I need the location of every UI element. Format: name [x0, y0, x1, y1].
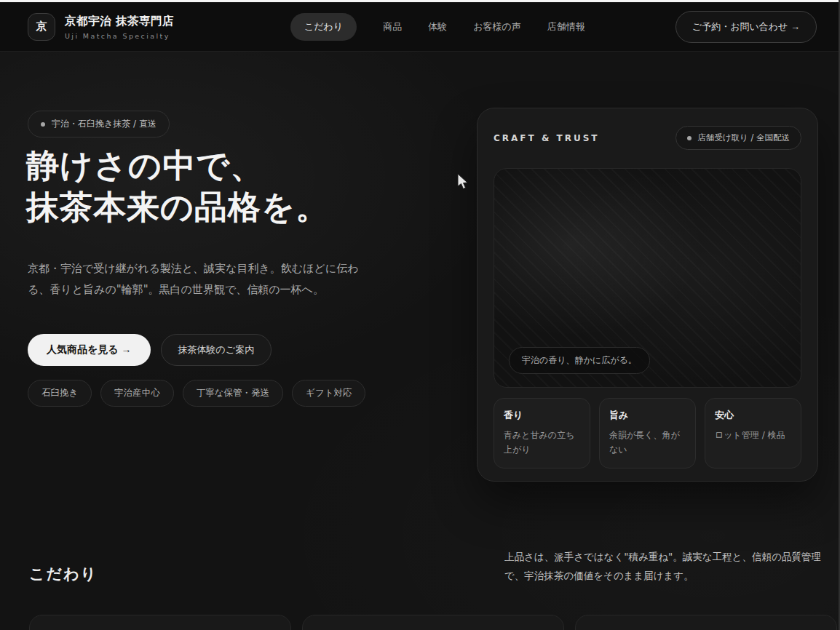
image-caption-pill: 宇治の香り、静かに広がる。	[509, 347, 650, 374]
hero-tag-list: 石臼挽き 宇治産中心 丁寧な保管・発送 ギフト対応	[28, 380, 365, 407]
pickup-delivery-badge: 店舗受け取り / 全国配送	[675, 126, 801, 150]
feature-title: 香り	[504, 409, 580, 422]
nav-item-experience[interactable]: 体験	[428, 20, 447, 33]
feature-description: 余韻が長く、角がない	[609, 428, 686, 458]
feature-description: ロット管理 / 検品	[715, 428, 791, 443]
tag-stone-milled: 石臼挽き	[28, 380, 92, 407]
feature-card-row: 香り 青みと甘みの立ち上がり 旨み 余韻が長く、角がない 安心 ロット管理 / …	[494, 398, 801, 468]
site-title: 京都宇治 抹茶専門店	[65, 14, 174, 29]
badge-dot-icon	[41, 122, 45, 127]
feature-title: 安心	[715, 409, 791, 422]
window-top-edge	[0, 0, 839, 2]
brand-text: 京都宇治 抹茶専門店 Uji Matcha Specialty	[65, 14, 174, 40]
nav-item-voices[interactable]: お客様の声	[473, 20, 521, 33]
brand-home-link[interactable]: 京 京都宇治 抹茶専門店 Uji Matcha Specialty	[28, 13, 174, 41]
kodawari-card-row	[29, 615, 837, 630]
feature-card-umami: 旨み 余韻が長く、角がない	[599, 398, 696, 468]
feature-card-aroma: 香り 青みと甘みの立ち上がり	[494, 398, 590, 468]
hero-badge-label: 宇治・石臼挽き抹茶 / 直送	[52, 118, 156, 130]
kodawari-section-header: こだわり 上品さは、派手さではなく"積み重ね"。誠実な工程と、信頼の品質管理で、…	[29, 547, 830, 586]
tag-careful-storage-shipping: 丁寧な保管・発送	[183, 380, 283, 407]
craft-card-header: CRAFT & TRUST 店舗受け取り / 全国配送	[494, 126, 801, 150]
popular-products-button[interactable]: 人気商品を見る →	[28, 334, 151, 366]
hero-actions: 人気商品を見る → 抹茶体験のご案内	[28, 334, 272, 366]
craft-card-title: CRAFT & TRUST	[494, 133, 600, 143]
hero-description: 京都・宇治で受け継がれる製法と、誠実な目利き。飲むほどに伝わる、香りと旨みの"輪…	[28, 258, 371, 300]
site-header: 京 京都宇治 抹茶専門店 Uji Matcha Specialty こだわり 商…	[0, 2, 839, 52]
tag-gift-ready: ギフト対応	[292, 380, 365, 407]
brand-logo-icon: 京	[28, 13, 55, 41]
pickup-delivery-label: 店舗受け取り / 全国配送	[697, 132, 790, 143]
tag-uji-grown: 宇治産中心	[100, 380, 174, 407]
kodawari-card	[29, 615, 291, 630]
logo-glyph: 京	[36, 20, 47, 33]
page-background: 京 京都宇治 抹茶専門店 Uji Matcha Specialty こだわり 商…	[0, 0, 840, 630]
matcha-experience-button[interactable]: 抹茶体験のご案内	[161, 334, 272, 366]
kodawari-card	[575, 615, 837, 630]
nav-item-store-info[interactable]: 店舗情報	[547, 20, 585, 33]
craft-trust-card: CRAFT & TRUST 店舗受け取り / 全国配送 宇治の香り、静かに広がる…	[477, 108, 818, 482]
nav-item-products[interactable]: 商品	[383, 20, 402, 33]
kodawari-lead-text: 上品さは、派手さではなく"積み重ね"。誠実な工程と、信頼の品質管理で、宇治抹茶の…	[504, 547, 830, 586]
badge-dot-icon	[687, 136, 692, 140]
hero-heading-line2: 抹茶本来の品格を。	[26, 187, 329, 228]
reserve-contact-button[interactable]: ご予約・お問い合わせ →	[675, 11, 817, 43]
hero-badge: 宇治・石臼挽き抹茶 / 直送	[28, 111, 170, 137]
kodawari-heading: こだわり	[29, 564, 98, 586]
feature-card-assurance: 安心 ロット管理 / 検品	[705, 398, 801, 468]
kodawari-card	[302, 615, 564, 630]
main-nav: こだわり 商品 体験 お客様の声 店舗情報	[290, 13, 585, 41]
feature-title: 旨み	[609, 409, 686, 422]
mouse-cursor-icon	[457, 173, 469, 194]
hero-heading-line1: 静けさの中で、	[26, 145, 329, 187]
nav-item-kodawari[interactable]: こだわり	[290, 13, 357, 41]
feature-description: 青みと甘みの立ち上がり	[504, 428, 580, 458]
site-subtitle: Uji Matcha Specialty	[65, 32, 174, 40]
matcha-hero-image: 宇治の香り、静かに広がる。	[494, 168, 801, 388]
hero-heading: 静けさの中で、 抹茶本来の品格を。	[26, 145, 329, 228]
